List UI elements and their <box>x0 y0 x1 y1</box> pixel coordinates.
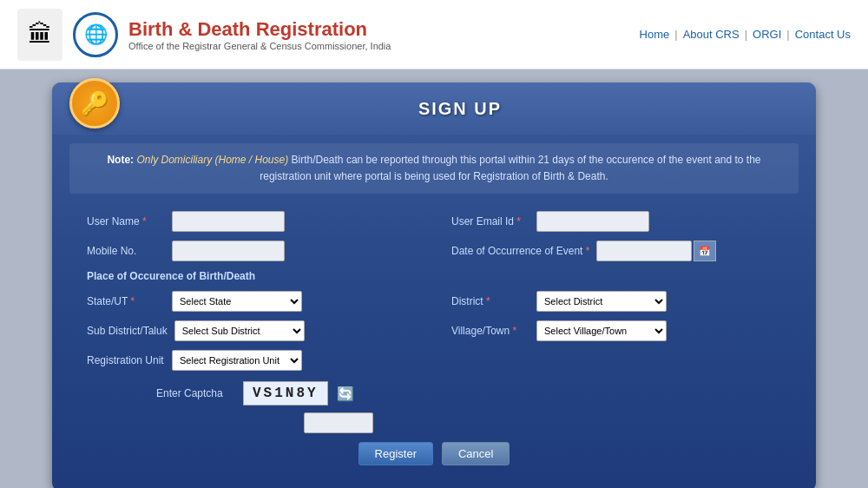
nav-divider-2: | <box>745 28 747 41</box>
main-nav: Home | About CRS | ORGI | Contact Us <box>640 28 851 41</box>
site-subtitle: Office of the Registrar General & Census… <box>128 41 391 51</box>
mobile-group: Mobile No. <box>87 241 417 261</box>
village-select[interactable]: Select Village/Town <box>536 320 667 341</box>
form-row-4: Sub District/Taluk Select Sub District V… <box>87 320 781 341</box>
form-row-2: Mobile No. Date of Occurrence of Event *… <box>87 241 781 261</box>
register-button[interactable]: Register <box>358 442 433 465</box>
nav-divider-3: | <box>786 28 789 41</box>
nav-about[interactable]: About CRS <box>683 28 740 41</box>
header-title-block: Birth & Death Registration Office of the… <box>128 18 391 51</box>
button-row: Register Cancel <box>87 442 781 465</box>
nav-home[interactable]: Home <box>640 28 670 41</box>
nav-orgi[interactable]: ORGI <box>753 28 781 41</box>
emblem-logo: 🏛 <box>17 9 62 61</box>
village-group: Village/Town * Select Village/Town <box>451 320 781 341</box>
header: 🏛 🌐 Birth & Death Registration Office of… <box>0 0 868 69</box>
captcha-label: Enter Captcha <box>156 387 234 399</box>
note-text: Birth/Death can be reported through this… <box>260 154 760 182</box>
place-section-heading: Place of Occurence of Birth/Death <box>87 270 781 282</box>
form-row-3: State/UT * Select State District * Selec… <box>87 291 781 312</box>
nav-divider-1: | <box>674 28 677 41</box>
globe-logo: 🌐 <box>73 12 118 57</box>
nav-contact[interactable]: Contact Us <box>795 28 851 41</box>
mobile-label: Mobile No. <box>87 245 165 257</box>
captcha-refresh-icon[interactable]: 🔄 <box>337 386 354 402</box>
captcha-image: VS1N8Y <box>243 381 328 406</box>
key-icon: 🔑 <box>69 78 120 129</box>
date-input[interactable] <box>596 241 692 261</box>
district-select[interactable]: Select District <box>536 291 667 312</box>
date-group: Date of Occurrence of Event * 📅 <box>451 241 781 261</box>
district-group: District * Select District <box>451 291 781 312</box>
email-group: User Email Id * <box>451 211 781 232</box>
district-label: District * <box>451 295 529 307</box>
email-input[interactable] <box>536 211 649 232</box>
header-left: 🏛 🌐 Birth & Death Registration Office of… <box>17 9 391 61</box>
village-label: Village/Town * <box>451 325 529 337</box>
cancel-button[interactable]: Cancel <box>442 442 510 465</box>
captcha-input[interactable] <box>304 412 373 433</box>
date-label: Date of Occurrence of Event * <box>451 245 589 257</box>
sub-district-select[interactable]: Select Sub District <box>174 320 305 341</box>
signup-card: 🔑 SIGN UP Note: Only Domiciliary (Home /… <box>52 82 816 488</box>
sub-district-label: Sub District/Taluk <box>87 325 168 337</box>
email-label: User Email Id * <box>451 215 529 228</box>
state-label: State/UT * <box>87 295 165 307</box>
calendar-icon[interactable]: 📅 <box>694 241 716 261</box>
captcha-row: Enter Captcha VS1N8Y 🔄 <box>87 381 781 406</box>
state-select[interactable]: Select State <box>172 291 302 312</box>
main-content: 🔑 SIGN UP Note: Only Domiciliary (Home /… <box>0 69 868 488</box>
email-required: * <box>514 215 521 228</box>
note-section: Note: Only Domiciliary (Home / House) Bi… <box>69 143 799 194</box>
username-label: User Name * <box>87 215 165 228</box>
date-input-wrap: 📅 <box>596 241 716 261</box>
reg-unit-select[interactable]: Select Registration Unit <box>172 350 302 371</box>
form-section: User Name * User Email Id * Mobile No. <box>52 202 816 474</box>
reg-unit-label: Registration Unit <box>87 354 165 366</box>
note-italic: Only Domiciliary (Home / House) <box>136 154 288 166</box>
username-group: User Name * <box>87 211 417 232</box>
form-row-1: User Name * User Email Id * <box>87 211 781 232</box>
note-label: Note: <box>107 154 134 166</box>
captcha-input-row <box>87 412 781 433</box>
reg-unit-group: Registration Unit Select Registration Un… <box>87 350 417 371</box>
sub-district-group: Sub District/Taluk Select Sub District <box>87 320 417 341</box>
username-required: * <box>140 215 147 228</box>
card-title: SIGN UP <box>418 99 502 119</box>
form-row-5: Registration Unit Select Registration Un… <box>87 350 781 371</box>
username-input[interactable] <box>172 211 285 232</box>
state-group: State/UT * Select State <box>87 291 417 312</box>
mobile-input[interactable] <box>172 241 285 261</box>
card-header: 🔑 SIGN UP <box>52 82 816 135</box>
site-title: Birth & Death Registration <box>128 18 391 41</box>
